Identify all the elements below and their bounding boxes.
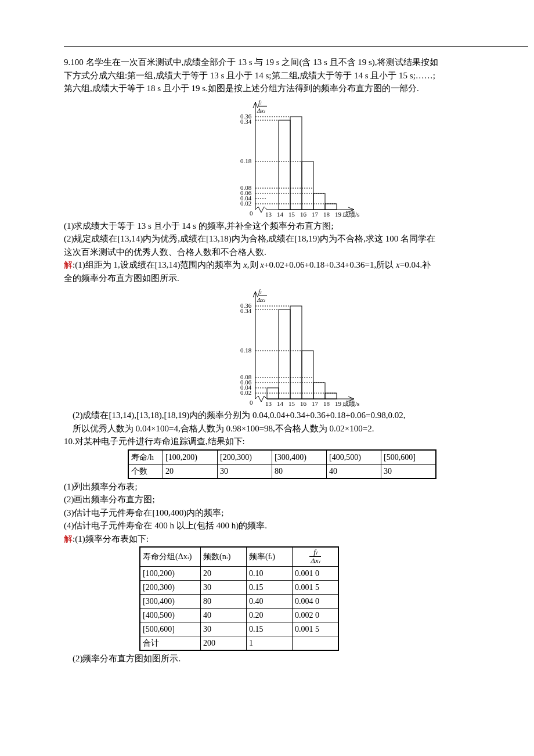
q9-line1: 9.100 名学生在一次百米测试中,成绩全部介于 13 s 与 19 s 之间(… <box>64 56 528 69</box>
svg-text:18: 18 <box>323 400 330 407</box>
svg-text:17: 17 <box>312 211 319 218</box>
frequency-distribution-table: 寿命分组(Δxᵢ) 频数(nᵢ) 频率(fᵢ) fᵢ Δxᵢ [100,200)… <box>139 546 528 651</box>
svg-text:成绩/s: 成绩/s <box>342 400 359 407</box>
q10-answer-1: 解:(1)频率分布表如下: <box>64 532 528 546</box>
q10-sub4: (4)估计电子元件寿命在 400 h 以上(包括 400 h)的频率. <box>64 519 528 532</box>
histogram-2: fᵢ Δxᵢ 0.36 0.34 0.18 0.08 0.06 0.04 0.0… <box>64 286 528 408</box>
q9-sub1: (1)求成绩大于等于 13 s 且小于 14 s 的频率,并补全这个频率分布直方… <box>64 219 528 233</box>
svg-text:16: 16 <box>300 400 307 407</box>
q10-sub1: (1)列出频率分布表; <box>64 480 528 494</box>
svg-line-4 <box>264 207 267 210</box>
table-row: [100,200)200.100.001 0 <box>140 566 338 580</box>
q9-sub2b: 这次百米测试中的优秀人数、合格人数和不合格人数. <box>64 246 528 259</box>
q9-answer-2b: 所以优秀人数为 0.04×100=4,合格人数为 0.98×100=98,不合格… <box>73 422 528 435</box>
svg-line-40 <box>261 396 264 402</box>
svg-text:17: 17 <box>312 400 319 407</box>
table-row: [200,300)300.150.001 5 <box>140 580 338 594</box>
q9-sub2a: (2)规定成绩在[13,14)内为优秀,成绩在[13,18)内为合格,成绩在[1… <box>64 232 528 246</box>
svg-line-1 <box>255 207 258 210</box>
svg-line-2 <box>258 207 261 213</box>
svg-text:0.02: 0.02 <box>240 200 251 207</box>
svg-text:19: 19 <box>335 400 342 407</box>
table-row: 合计2001 <box>140 636 338 650</box>
q9-answer-line1: 解:(1)组距为 1,设成绩在[13,14)范围内的频率为 x,则 x+0.02… <box>64 258 528 272</box>
svg-text:0.34: 0.34 <box>240 118 252 125</box>
svg-text:fᵢ: fᵢ <box>258 288 262 295</box>
svg-text:13: 13 <box>265 211 272 218</box>
table-row: [400,500)400.200.002 0 <box>140 608 338 622</box>
svg-rect-26 <box>302 161 313 210</box>
q9-answer-line1b: 全的频率分布直方图如图所示. <box>64 272 528 285</box>
q10-sub2: (2)画出频率分布直方图; <box>64 493 528 506</box>
table-row: 寿命分组(Δxᵢ) 频数(nᵢ) 频率(fᵢ) fᵢ Δxᵢ <box>140 547 338 566</box>
svg-text:14: 14 <box>277 400 284 407</box>
svg-rect-27 <box>313 193 325 210</box>
q9-line3: 第六组,成绩大于等于 18 s 且小于 19 s.如图是按上述分组方法得到的频率… <box>64 82 528 95</box>
svg-line-41 <box>264 396 267 399</box>
svg-text:成绩/s: 成绩/s <box>342 211 359 218</box>
histogram-1: fᵢ Δxᵢ 0.36 0.34 0.18 0.08 0.06 0.04 0.0… <box>64 96 528 218</box>
q10-sub3: (3)估计电子元件寿命在[100,400)内的频率; <box>64 506 528 520</box>
q9-answer-2a: (2)成绩在[13,14),[13,18),[18,19)内的频率分别为 0.0… <box>73 409 528 422</box>
svg-text:19: 19 <box>335 211 342 218</box>
svg-text:18: 18 <box>323 211 330 218</box>
document-page: 9.100 名学生在一次百米测试中,成绩全部介于 13 s 与 19 s 之间(… <box>64 0 528 665</box>
q10-answer-2: (2)频率分布直方图如图所示. <box>73 652 528 665</box>
svg-line-38 <box>255 396 258 399</box>
svg-text:14: 14 <box>277 211 284 218</box>
table-row: [300,400)800.400.004 0 <box>140 594 338 608</box>
top-divider <box>64 46 528 47</box>
svg-rect-65 <box>313 383 325 399</box>
svg-text:0.18: 0.18 <box>240 157 252 164</box>
svg-text:0: 0 <box>250 399 253 406</box>
svg-rect-28 <box>325 204 337 210</box>
svg-text:13: 13 <box>265 400 272 407</box>
q9-line2: 下方式分成六组:第一组,成绩大于等于 13 s 且小于 14 s;第二组,成绩大… <box>64 69 528 82</box>
answer-label: 解 <box>64 534 73 543</box>
svg-text:0: 0 <box>250 210 253 217</box>
table-row: 寿命/h [100,200) [200,300) [300,400) [400,… <box>128 450 436 465</box>
svg-text:0.02: 0.02 <box>240 389 251 396</box>
svg-line-39 <box>258 396 261 402</box>
table-row: 个数 20 30 80 40 30 <box>128 464 436 478</box>
svg-rect-25 <box>290 117 302 210</box>
svg-text:Δxᵢ: Δxᵢ <box>257 107 265 114</box>
svg-rect-66 <box>325 393 337 399</box>
answer-label: 解 <box>64 260 73 269</box>
lifespan-count-table: 寿命/h [100,200) [200,300) [300,400) [400,… <box>128 449 528 479</box>
svg-text:fᵢ: fᵢ <box>258 99 262 106</box>
fraction-header: fᵢ Δxᵢ <box>309 548 320 566</box>
svg-text:16: 16 <box>300 211 307 218</box>
svg-text:0.34: 0.34 <box>240 307 252 314</box>
svg-rect-62 <box>279 309 290 399</box>
svg-rect-24 <box>279 120 290 210</box>
svg-text:0.18: 0.18 <box>240 347 252 354</box>
svg-text:15: 15 <box>288 211 295 218</box>
svg-rect-63 <box>290 306 302 399</box>
svg-text:Δxᵢ: Δxᵢ <box>257 296 265 303</box>
q10-intro: 10.对某种电子元件进行寿命追踪调查,结果如下: <box>64 435 528 448</box>
table-row: [500,600]300.150.001 5 <box>140 622 338 636</box>
svg-line-3 <box>261 207 264 213</box>
svg-rect-64 <box>302 351 313 399</box>
svg-text:15: 15 <box>288 400 295 407</box>
